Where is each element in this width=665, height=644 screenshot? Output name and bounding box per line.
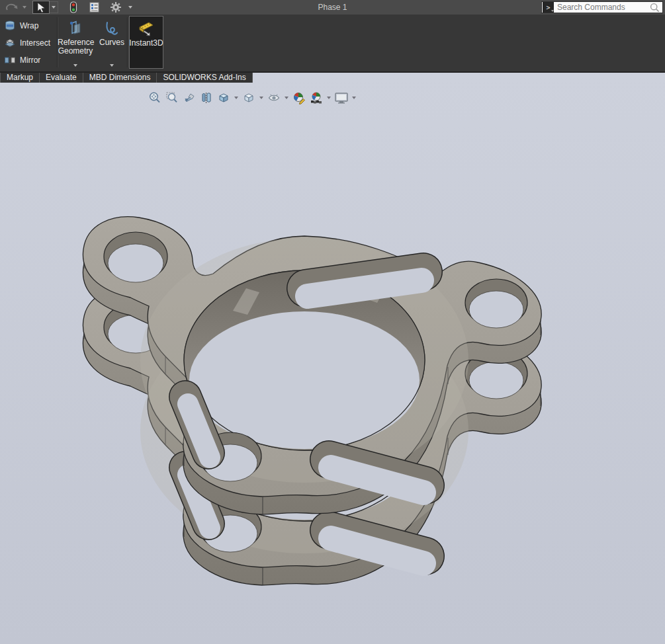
curves-button[interactable]: Curves [94,16,130,69]
intersect-icon [4,37,16,49]
edit-appearance-icon[interactable] [291,90,307,106]
tab-markup[interactable]: Markup [0,73,40,83]
apply-scene-dropdown[interactable] [326,90,332,106]
view-orientation-dropdown[interactable] [233,90,240,106]
instant3d-button[interactable]: Instant3D [129,16,163,69]
redo-dropdown[interactable] [21,1,28,14]
display-style-icon[interactable] [241,90,257,106]
curves-label: Curves [99,38,124,47]
search-commands-input[interactable] [554,3,650,12]
redo-icon[interactable] [3,1,21,14]
apply-scene-icon[interactable] [308,90,324,106]
hide-show-items-icon[interactable] [266,90,282,106]
select-tool-button[interactable] [32,1,50,14]
ribbon-tab-strip: Markup Evaluate MBD Dimensions SOLIDWORK… [0,73,253,83]
section-view-icon[interactable] [199,90,214,106]
ribbon-separator [127,17,128,67]
view-settings-dropdown[interactable] [351,90,357,106]
select-tool-dropdown[interactable] [50,1,58,13]
view-settings-icon[interactable] [333,90,349,106]
hide-show-items-dropdown[interactable] [283,90,290,106]
search-commands-box: > [541,1,663,13]
tab-mbd-dimensions[interactable]: MBD Dimensions [83,73,157,83]
task-list-icon[interactable] [87,1,101,14]
cad-part-canvas[interactable] [0,73,665,644]
options-gear-icon[interactable] [108,1,124,14]
options-gear-dropdown[interactable] [126,1,134,14]
instant3d-label: Instant3D [129,39,163,48]
tab-solidworks-add-ins[interactable]: SOLIDWORKS Add-Ins [157,73,252,83]
mirror-button[interactable]: Mirror [4,54,40,66]
solidworks-window: Phase 1 > Wrap Intersect Mirror [0,0,665,644]
wrap-button[interactable]: Wrap [4,20,38,32]
traffic-light-icon[interactable] [67,1,79,14]
intersect-button[interactable]: Intersect [4,37,50,49]
reference-geometry-dropdown[interactable] [73,64,77,67]
reference-geometry-label: Reference Geometry [58,38,93,56]
wrap-icon [4,20,16,32]
reference-geometry-button[interactable]: Reference Geometry [58,16,93,69]
curves-icon [103,16,120,37]
intersect-label: Intersect [20,38,50,48]
previous-view-icon[interactable] [181,90,197,106]
tab-evaluate[interactable]: Evaluate [40,73,83,83]
zoom-to-area-icon[interactable] [164,90,180,106]
ribbon: Wrap Intersect Mirror Reference Geometry… [0,15,665,73]
search-scope-icon[interactable]: > [543,2,554,13]
titlebar: Phase 1 > [0,0,665,15]
view-orientation-icon[interactable] [216,90,232,106]
mirror-icon [4,54,16,66]
instant3d-icon [137,17,155,38]
quick-access-toolbar [0,0,134,15]
zoom-to-fit-icon[interactable] [147,90,163,106]
reference-geometry-icon [67,16,84,37]
curves-dropdown[interactable] [110,64,114,67]
heads-up-view-toolbar [147,90,357,106]
search-icon[interactable] [650,3,660,13]
wrap-label: Wrap [20,21,38,30]
model-viewport[interactable] [0,73,665,644]
mirror-label: Mirror [20,56,40,65]
display-style-dropdown[interactable] [258,90,265,106]
